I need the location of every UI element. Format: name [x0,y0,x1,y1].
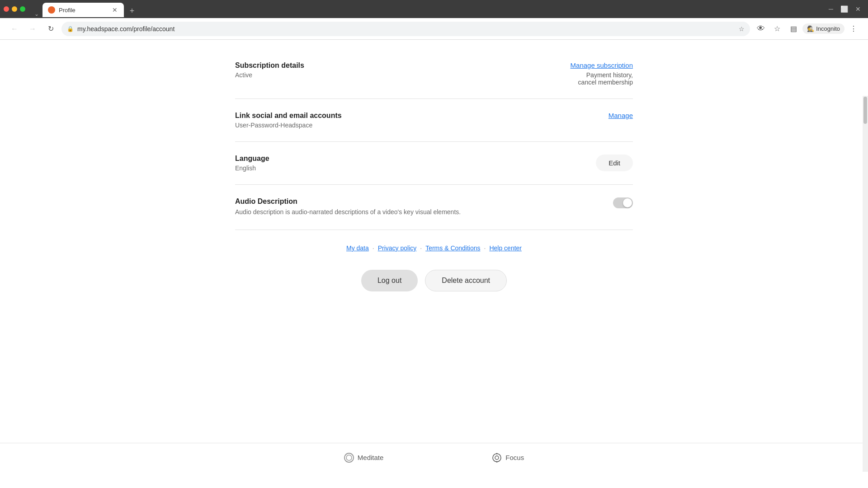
svg-point-2 [495,456,499,460]
window-controls[interactable] [4,6,25,12]
subscription-section: Subscription details Active Manage subsc… [235,49,633,99]
incognito-badge: 🕵 Incognito [802,23,844,34]
terms-conditions-link[interactable]: Terms & Conditions [425,244,480,252]
social-title: Link social and email accounts [235,112,542,120]
audio-action [542,197,633,208]
active-tab[interactable]: Profile ✕ [42,3,124,17]
audio-title: Audio Description [235,197,542,206]
manage-subscription-link[interactable]: Manage subscription [571,61,633,69]
social-info: Link social and email accounts User-Pass… [235,112,542,129]
subscription-action: Manage subscription Payment history,canc… [542,61,633,86]
social-row: Link social and email accounts User-Pass… [235,112,633,129]
sidebar-btn[interactable]: ▤ [786,22,801,36]
hide-btn[interactable]: 👁 [754,22,768,36]
incognito-label: Incognito [816,25,840,32]
social-action: Manage [542,112,633,119]
audio-info: Audio Description Audio description is a… [235,197,542,217]
address-text: my.headspace.com/profile/account [77,25,735,33]
tab-favicon [48,6,55,14]
back-btn[interactable]: ← [7,22,22,36]
sep-1: · [373,244,374,252]
browser-chrome: ⌄ Profile ✕ + ─ ⬜ ✕ ← → ↻ 🔒 my.headspace… [0,0,868,40]
tab-label: Profile [59,7,108,14]
tab-overflow-btn[interactable]: ⌄ [34,11,39,17]
close-btn[interactable]: ✕ [855,5,861,13]
bottom-nav: Meditate Focus [0,443,868,472]
language-value: English [235,164,542,172]
language-row: Language English Edit [235,155,633,172]
language-edit-btn[interactable]: Edit [596,155,633,171]
help-center-link[interactable]: Help center [489,244,522,252]
window-action-controls[interactable]: ─ ⬜ ✕ [829,5,861,13]
audio-row: Audio Description Audio description is a… [235,197,633,217]
focus-icon [492,453,502,463]
my-data-link[interactable]: My data [346,244,369,252]
sep-2: · [420,244,422,252]
subscription-title: Subscription details [235,61,542,70]
subscription-row: Subscription details Active Manage subsc… [235,61,633,86]
logout-btn[interactable]: Log out [361,270,418,291]
title-bar: ⌄ Profile ✕ + ─ ⬜ ✕ [0,0,868,18]
audio-description-toggle[interactable] [613,197,633,208]
forward-btn[interactable]: → [25,22,40,36]
scrollbar-thumb[interactable] [863,97,867,124]
sep-3: · [484,244,486,252]
focus-nav-item[interactable]: Focus [492,453,524,463]
lock-icon: 🔒 [67,26,74,32]
action-buttons: Log out Delete account [235,263,633,306]
svg-point-1 [493,454,501,462]
restore-btn[interactable]: ⬜ [840,5,848,13]
refresh-btn[interactable]: ↻ [43,22,58,36]
language-title: Language [235,155,542,163]
focus-label: Focus [505,454,524,461]
scrollbar[interactable] [863,96,868,472]
address-bar[interactable]: 🔒 my.headspace.com/profile/account ☆ [61,22,750,36]
social-section: Link social and email accounts User-Pass… [235,99,633,142]
maximize-window-btn[interactable] [20,6,25,12]
minimize-window-btn[interactable] [12,6,17,12]
footer-links: My data · Privacy policy · Terms & Condi… [235,230,633,263]
tab-close-btn[interactable]: ✕ [111,6,118,14]
minimize-btn[interactable]: ─ [829,5,833,13]
nav-actions: 👁 ☆ ▤ 🕵 Incognito ⋮ [754,22,861,36]
meditate-icon [344,453,354,463]
manage-subscription-sub: Payment history,cancel membership [571,71,633,86]
privacy-policy-link[interactable]: Privacy policy [378,244,417,252]
delete-account-btn[interactable]: Delete account [425,270,507,291]
audio-section: Audio Description Audio description is a… [235,185,633,230]
page-content: Subscription details Active Manage subsc… [0,40,868,472]
language-section: Language English Edit [235,142,633,185]
new-tab-btn[interactable]: + [126,5,138,17]
meditate-nav-item[interactable]: Meditate [344,453,384,463]
bookmark-star-btn[interactable]: ☆ [770,22,784,36]
incognito-icon: 🕵 [807,25,814,32]
meditate-label: Meditate [358,454,384,461]
navigation-bar: ← → ↻ 🔒 my.headspace.com/profile/account… [0,18,868,40]
subscription-status: Active [235,71,542,79]
close-window-btn[interactable] [4,6,9,12]
manage-subscription-area: Manage subscription [571,61,633,70]
language-info: Language English [235,155,542,172]
content-wrapper: Subscription details Active Manage subsc… [217,40,651,315]
more-btn[interactable]: ⋮ [846,22,861,36]
svg-point-4 [496,461,498,462]
tab-bar: ⌄ Profile ✕ + [31,1,829,17]
audio-description-text: Audio description is audio-narrated desc… [235,207,461,217]
social-manage-link[interactable]: Manage [609,112,633,119]
subscription-info: Subscription details Active [235,61,542,79]
social-subtitle: User-Password-Headspace [235,122,542,129]
language-action: Edit [542,155,633,171]
bookmark-icon[interactable]: ☆ [739,25,745,33]
svg-point-0 [346,455,352,460]
svg-point-3 [496,453,498,454]
